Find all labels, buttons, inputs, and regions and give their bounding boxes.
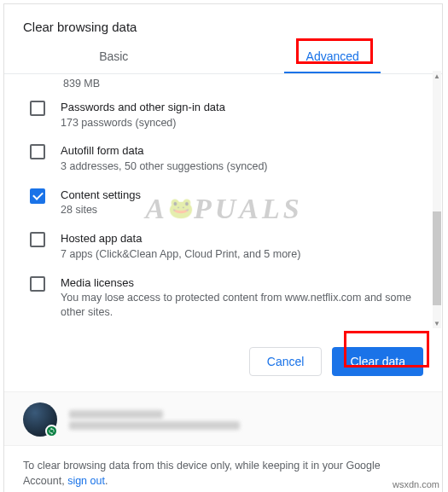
item-label: Passwords and other sign-in data	[61, 100, 225, 115]
list-item: Passwords and other sign-in data 173 pas…	[21, 93, 425, 136]
footer-note: To clear browsing data from this device …	[4, 445, 442, 492]
tab-strip: Basic Advanced	[4, 39, 442, 74]
dialog-header: Clear browsing data	[4, 4, 442, 39]
scrollbar[interactable]: ▲ ▼	[433, 71, 441, 328]
list-item: Content settings 28 sites	[21, 181, 425, 224]
account-text-redacted	[69, 408, 240, 432]
item-subtext: 3 addresses, 50 other suggestions (synce…	[61, 159, 268, 174]
item-subtext: 7 apps (Click&Clean App, Cloud Print, an…	[61, 247, 300, 262]
scrollbar-thumb[interactable]	[433, 211, 441, 305]
cancel-button[interactable]: Cancel	[249, 347, 323, 376]
dialog-actions: Cancel Clear data	[4, 335, 442, 391]
sync-badge-icon	[45, 425, 58, 437]
dialog-title: Clear browsing data	[23, 20, 423, 34]
item-label: Media licenses	[61, 275, 425, 291]
checkbox-passwords[interactable]	[30, 101, 45, 116]
scroll-up-arrow-icon[interactable]: ▲	[433, 71, 441, 81]
checkbox-hosted-app-data[interactable]	[30, 232, 45, 247]
tab-advanced[interactable]: Advanced	[224, 39, 443, 73]
tab-basic[interactable]: Basic	[4, 39, 224, 73]
item-subtext: 28 sites	[61, 203, 141, 217]
item-label: Autofill form data	[61, 143, 268, 159]
avatar	[23, 402, 57, 437]
list-item: Autofill form data 3 addresses, 50 other…	[21, 136, 425, 180]
checkbox-autofill[interactable]	[30, 144, 45, 159]
partial-item-subtext: 839 MB	[21, 78, 425, 93]
options-list: 839 MB Passwords and other sign-in data …	[4, 74, 442, 335]
clear-browsing-data-dialog: Clear browsing data Basic Advanced 839 M…	[3, 3, 443, 492]
account-section	[4, 391, 442, 445]
item-subtext: You may lose access to protected content…	[61, 291, 425, 320]
footer-after: .	[105, 475, 108, 487]
item-subtext: 173 passwords (synced)	[61, 116, 225, 130]
sign-out-link[interactable]: sign out	[67, 475, 105, 487]
item-label: Hosted app data	[61, 231, 300, 246]
list-item: Media licenses You may lose access to pr…	[21, 269, 425, 327]
attribution: wsxdn.com	[393, 479, 439, 489]
checkbox-content-settings[interactable]	[30, 188, 45, 204]
scroll-down-arrow-icon[interactable]: ▼	[433, 318, 441, 328]
list-item: Hosted app data 7 apps (Click&Clean App,…	[21, 224, 425, 268]
checkbox-media-licenses[interactable]	[30, 276, 45, 292]
item-label: Content settings	[61, 188, 141, 203]
clear-data-button[interactable]: Clear data	[332, 347, 423, 376]
